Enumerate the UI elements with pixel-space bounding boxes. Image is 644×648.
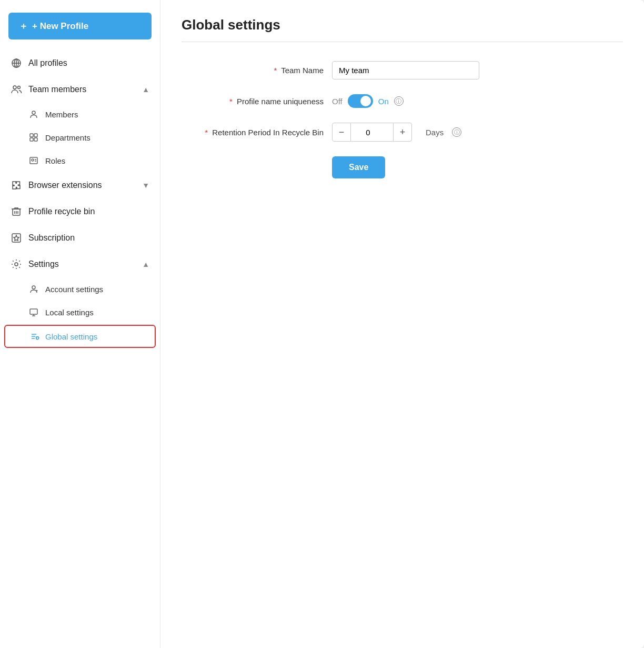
account-settings-icon — [28, 284, 39, 294]
puzzle-icon — [11, 180, 22, 191]
sidebar-item-members[interactable]: Members — [0, 103, 160, 126]
retention-info-icon[interactable]: ⓘ — [452, 127, 461, 137]
profile-uniqueness-label: * Profile name uniqueness — [182, 97, 324, 106]
sidebar-item-settings[interactable]: Settings ▲ — [0, 251, 160, 277]
new-profile-label: + New Profile — [32, 21, 88, 32]
globe-icon — [11, 57, 22, 69]
main-content: Global settings * Team Name * Profile na… — [160, 0, 644, 648]
plus-icon: ＋ — [19, 20, 28, 32]
sidebar-item-team-members[interactable]: Team members ▲ — [0, 76, 160, 103]
team-name-input[interactable] — [332, 61, 479, 79]
departments-icon — [28, 132, 39, 143]
svg-rect-7 — [30, 134, 33, 137]
toggle-on-label: On — [378, 97, 389, 106]
sidebar-item-label: Local settings — [45, 308, 94, 317]
global-settings-form: * Team Name * Profile name uniqueness Of… — [182, 61, 550, 178]
team-name-row: * Team Name — [182, 61, 550, 79]
required-star: * — [205, 128, 208, 137]
monitor-icon — [28, 307, 39, 317]
svg-point-5 — [18, 86, 21, 89]
svg-rect-8 — [34, 134, 37, 137]
retention-period-label: * Retention Period In Recycle Bin — [182, 128, 324, 137]
divider — [182, 42, 623, 42]
sidebar-item-label: Members — [45, 110, 78, 119]
sidebar-item-local-settings[interactable]: Local settings — [0, 301, 160, 324]
stepper-increment-button[interactable]: + — [393, 123, 412, 142]
chevron-up-icon: ▲ — [142, 85, 149, 94]
save-button[interactable]: Save — [332, 156, 385, 178]
svg-rect-10 — [34, 138, 37, 141]
sidebar-item-profile-recycle-bin[interactable]: Profile recycle bin — [0, 198, 160, 225]
sidebar-item-label: Roles — [45, 156, 65, 165]
chevron-down-icon: ▼ — [142, 181, 149, 190]
page-title: Global settings — [182, 17, 623, 33]
save-row: Save — [182, 156, 550, 178]
person-icon — [28, 109, 39, 119]
stepper-decrement-button[interactable]: − — [332, 123, 351, 142]
sidebar: ＋ + New Profile All profiles Team member… — [0, 0, 160, 648]
sidebar-item-label: Departments — [45, 133, 90, 142]
sidebar-item-label: Browser extensions — [28, 181, 102, 190]
svg-rect-23 — [30, 309, 37, 314]
svg-point-21 — [15, 263, 18, 266]
sidebar-item-browser-extensions[interactable]: Browser extensions ▼ — [0, 172, 160, 198]
list-gear-icon — [29, 331, 40, 342]
svg-point-22 — [32, 286, 35, 289]
sidebar-item-label: All profiles — [28, 58, 67, 68]
profile-uniqueness-row: * Profile name uniqueness Off On ⓘ — [182, 94, 550, 108]
info-icon[interactable]: ⓘ — [394, 96, 404, 106]
svg-point-12 — [32, 159, 34, 161]
toggle-group: Off On ⓘ — [332, 94, 404, 108]
trash-icon — [11, 206, 22, 217]
gear-icon — [11, 258, 22, 270]
sidebar-item-account-settings[interactable]: Account settings — [0, 277, 160, 301]
sidebar-item-label: Account settings — [45, 285, 103, 294]
sidebar-item-all-profiles[interactable]: All profiles — [0, 50, 160, 76]
retention-value-input[interactable] — [351, 123, 393, 142]
roles-icon — [28, 155, 39, 166]
required-star: * — [229, 97, 233, 106]
toggle-switch[interactable] — [348, 94, 373, 108]
team-icon — [11, 84, 22, 95]
sidebar-item-label: Profile recycle bin — [28, 207, 95, 216]
sidebar-item-label: Global settings — [45, 332, 97, 341]
sidebar-item-label: Settings — [28, 260, 59, 269]
sidebar-item-global-settings[interactable]: Global settings — [4, 325, 156, 348]
svg-point-4 — [13, 86, 16, 89]
required-star: * — [274, 66, 277, 75]
sidebar-item-roles[interactable]: Roles — [0, 149, 160, 172]
sidebar-item-label: Subscription — [28, 233, 75, 243]
days-label: Days — [426, 128, 444, 137]
star-icon — [11, 232, 22, 244]
new-profile-button[interactable]: ＋ + New Profile — [8, 13, 152, 39]
svg-point-6 — [32, 111, 35, 114]
toggle-slider — [348, 94, 373, 108]
stepper: − + — [332, 123, 412, 142]
sidebar-item-label: Team members — [28, 85, 86, 94]
svg-rect-9 — [30, 138, 33, 141]
chevron-up-icon: ▲ — [142, 260, 149, 268]
retention-period-row: * Retention Period In Recycle Bin − + Da… — [182, 123, 550, 142]
team-name-label: * Team Name — [182, 66, 324, 75]
toggle-off-label: Off — [332, 97, 343, 106]
sidebar-item-subscription[interactable]: Subscription — [0, 225, 160, 251]
sidebar-item-departments[interactable]: Departments — [0, 126, 160, 149]
